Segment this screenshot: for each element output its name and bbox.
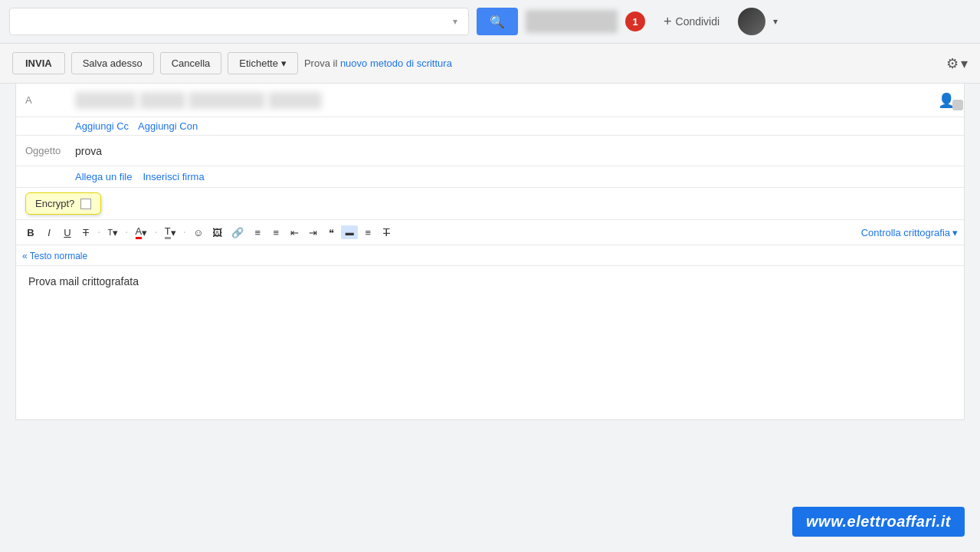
subject-row: Oggetto	[16, 136, 964, 166]
compose-toolbar: INVIA Salva adesso Cancella Etichette ▾ …	[0, 44, 980, 84]
search-input[interactable]	[16, 15, 448, 28]
emoji-button[interactable]: ☺	[189, 225, 207, 241]
insert-signature-link[interactable]: Inserisci firma	[143, 171, 204, 182]
condividi-button[interactable]: + Condividi	[653, 9, 730, 34]
cancella-button[interactable]: Cancella	[160, 52, 222, 74]
remove-format-button[interactable]: T̶	[378, 224, 395, 241]
indent-more-icon: ⇥	[309, 227, 317, 238]
invia-button[interactable]: INVIA	[12, 52, 65, 74]
to-chips	[75, 92, 938, 109]
blurred-profile-info	[526, 10, 618, 33]
link-button[interactable]: 🔗	[228, 225, 247, 241]
salva-button[interactable]: Salva adesso	[71, 52, 154, 74]
add-bcc-link[interactable]: Aggiungi Con	[138, 120, 198, 132]
ol-icon: ≡	[255, 227, 261, 238]
etichette-button[interactable]: Etichette ▾	[228, 52, 298, 74]
image-button[interactable]: 🖼	[208, 225, 226, 241]
subject-label: Oggetto	[25, 145, 75, 156]
scroll-indicator[interactable]	[952, 100, 963, 110]
ordered-list-button[interactable]: ≡	[249, 225, 266, 241]
highlight-active-button[interactable]: ▬	[341, 225, 358, 239]
attach-row: Allega un file Inserisci firma	[16, 166, 964, 188]
bold-button[interactable]: B	[22, 225, 39, 241]
text-highlight-button[interactable]: T▾	[161, 223, 180, 242]
format-toolbar: B I U T · T▾ · A▾ · T▾ · ☺ 🖼 🔗 ≡ ≡ ⇤ ⇥ ❝…	[16, 220, 964, 245]
remove-format-icon: T̶	[383, 226, 390, 238]
plus-icon: +	[664, 14, 672, 30]
recipient-chip-2	[139, 92, 185, 109]
settings-button[interactable]: ⚙ ▾	[946, 55, 968, 72]
add-cc-link[interactable]: Aggiungi Cc	[75, 120, 129, 132]
recipient-chip-4	[268, 92, 322, 109]
notification-badge[interactable]: 1	[625, 12, 645, 31]
etichette-label: Etichette	[239, 58, 278, 69]
controlla-crittografia-link[interactable]: Controlla crittografia ▾	[861, 227, 958, 238]
search-button[interactable]: 🔍	[477, 8, 518, 35]
condividi-label: Condividi	[676, 15, 720, 28]
strikethrough-button[interactable]: T	[77, 225, 94, 241]
cc-bcc-links: Aggiungi Cc Aggiungi Con	[16, 117, 964, 136]
avatar[interactable]	[738, 8, 765, 35]
encrypt-tooltip: Encrypt?	[25, 192, 101, 215]
indent-less-button[interactable]: ⇤	[286, 225, 303, 241]
top-bar: ▾ 🔍 1 + Condividi ▾	[0, 0, 980, 44]
quote-icon: ❝	[329, 227, 334, 238]
unordered-list-button[interactable]: ≡	[267, 225, 284, 241]
subject-input[interactable]	[75, 139, 955, 163]
font-color-button[interactable]: A▾	[132, 223, 152, 242]
watermark-text: www.elettroaffari.it	[806, 513, 951, 530]
underline-button[interactable]: U	[59, 225, 76, 241]
separator-1: ·	[97, 225, 100, 239]
gear-icon: ⚙	[946, 55, 959, 72]
separator-4: ·	[183, 225, 186, 239]
font-up-icon: T	[107, 228, 113, 237]
strikethrough-icon: T	[83, 227, 89, 238]
highlight-icon: ▬	[346, 228, 354, 237]
email-body[interactable]: Prova mail crittografata	[16, 266, 964, 419]
testo-link-row: « Testo normale	[16, 245, 964, 266]
emoji-icon: ☺	[193, 227, 203, 238]
controlla-arrow: ▾	[952, 227, 958, 238]
etichette-arrow-icon: ▾	[281, 58, 287, 69]
separator-2: ·	[125, 225, 128, 239]
prova-prefix: Prova il	[304, 58, 340, 69]
search-dropdown-icon[interactable]: ▾	[448, 15, 462, 28]
blockquote-button[interactable]: ❝	[323, 225, 339, 241]
to-field-row: A 👤	[16, 84, 964, 117]
recipient-chip-3	[188, 92, 265, 109]
search-box[interactable]: ▾	[9, 8, 469, 35]
prova-text: Prova il nuovo metodo di scrittura	[304, 58, 940, 69]
font-size-up-button[interactable]: T▾	[103, 225, 122, 241]
testo-normale-link[interactable]: « Testo normale	[22, 251, 87, 261]
controlla-label: Controlla crittografia	[861, 227, 950, 238]
prova-link[interactable]: nuovo metodo di scrittura	[340, 58, 452, 69]
text-highlight-icon: T	[165, 225, 171, 239]
align-icon: ≡	[365, 227, 372, 238]
ul-icon: ≡	[274, 227, 280, 238]
indent-less-icon: ⇤	[290, 227, 299, 238]
search-icon: 🔍	[490, 15, 505, 29]
font-color-icon: A	[136, 225, 143, 239]
italic-button[interactable]: I	[41, 225, 57, 241]
encrypt-label: Encrypt?	[35, 198, 74, 209]
encrypt-row: Encrypt?	[16, 188, 964, 220]
compose-area: A 👤 Aggiungi Cc Aggiungi Con Oggetto All…	[15, 84, 965, 420]
body-text: Prova mail crittografata	[28, 275, 139, 288]
account-dropdown-icon[interactable]: ▾	[773, 16, 778, 27]
indent-more-button[interactable]: ⇥	[304, 225, 321, 241]
watermark: www.elettroaffari.it	[792, 507, 965, 537]
align-button[interactable]: ≡	[359, 225, 376, 241]
image-icon: 🖼	[212, 227, 222, 238]
separator-3: ·	[154, 225, 157, 239]
encrypt-checkbox[interactable]	[80, 199, 91, 209]
to-input-area	[75, 92, 938, 109]
avatar-image	[738, 8, 765, 35]
recipient-chip-1	[75, 92, 136, 109]
attach-file-link[interactable]: Allega un file	[75, 171, 132, 182]
to-label: A	[25, 94, 75, 106]
gear-dropdown-icon: ▾	[961, 55, 968, 72]
link-icon: 🔗	[231, 227, 244, 238]
